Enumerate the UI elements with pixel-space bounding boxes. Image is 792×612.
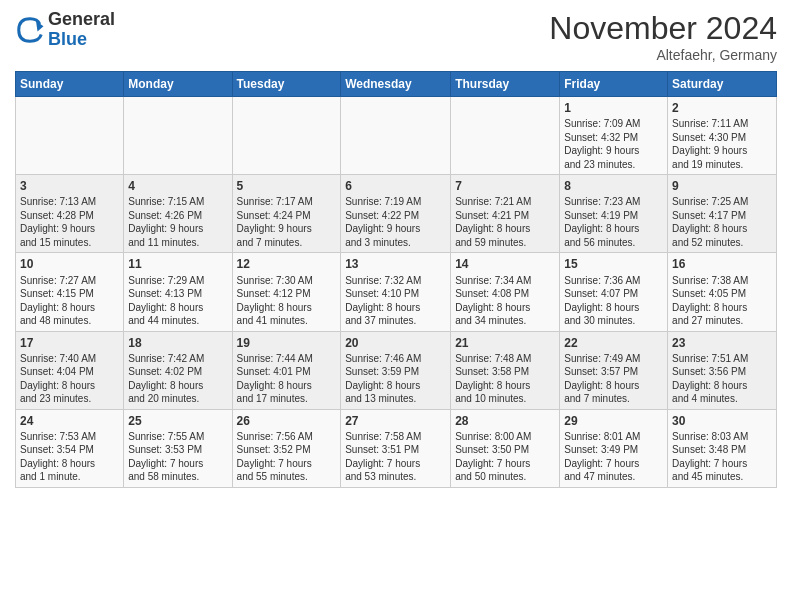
title-block: November 2024 Altefaehr, Germany (549, 10, 777, 63)
day-info: Sunrise: 7:13 AM Sunset: 4:28 PM Dayligh… (20, 195, 119, 249)
calendar-body: 1Sunrise: 7:09 AM Sunset: 4:32 PM Daylig… (16, 97, 777, 488)
col-saturday: Saturday (668, 72, 777, 97)
calendar-week-row: 3Sunrise: 7:13 AM Sunset: 4:28 PM Daylig… (16, 175, 777, 253)
day-number: 19 (237, 335, 337, 351)
day-info: Sunrise: 7:36 AM Sunset: 4:07 PM Dayligh… (564, 274, 663, 328)
day-info: Sunrise: 7:15 AM Sunset: 4:26 PM Dayligh… (128, 195, 227, 249)
calendar-cell: 9Sunrise: 7:25 AM Sunset: 4:17 PM Daylig… (668, 175, 777, 253)
day-number: 22 (564, 335, 663, 351)
day-number: 17 (20, 335, 119, 351)
day-info: Sunrise: 7:49 AM Sunset: 3:57 PM Dayligh… (564, 352, 663, 406)
calendar-cell: 4Sunrise: 7:15 AM Sunset: 4:26 PM Daylig… (124, 175, 232, 253)
calendar-table: Sunday Monday Tuesday Wednesday Thursday… (15, 71, 777, 488)
calendar-cell (341, 97, 451, 175)
calendar-week-row: 24Sunrise: 7:53 AM Sunset: 3:54 PM Dayli… (16, 409, 777, 487)
day-info: Sunrise: 7:34 AM Sunset: 4:08 PM Dayligh… (455, 274, 555, 328)
calendar-cell (451, 97, 560, 175)
col-friday: Friday (560, 72, 668, 97)
day-number: 10 (20, 256, 119, 272)
day-info: Sunrise: 7:30 AM Sunset: 4:12 PM Dayligh… (237, 274, 337, 328)
day-number: 23 (672, 335, 772, 351)
calendar-cell (16, 97, 124, 175)
day-info: Sunrise: 7:27 AM Sunset: 4:15 PM Dayligh… (20, 274, 119, 328)
logo-line1: General (48, 10, 115, 30)
logo: General Blue (15, 10, 115, 50)
calendar-cell: 8Sunrise: 7:23 AM Sunset: 4:19 PM Daylig… (560, 175, 668, 253)
day-info: Sunrise: 8:03 AM Sunset: 3:48 PM Dayligh… (672, 430, 772, 484)
day-number: 13 (345, 256, 446, 272)
day-number: 29 (564, 413, 663, 429)
day-info: Sunrise: 7:46 AM Sunset: 3:59 PM Dayligh… (345, 352, 446, 406)
col-wednesday: Wednesday (341, 72, 451, 97)
day-number: 3 (20, 178, 119, 194)
calendar-cell: 2Sunrise: 7:11 AM Sunset: 4:30 PM Daylig… (668, 97, 777, 175)
calendar-cell: 22Sunrise: 7:49 AM Sunset: 3:57 PM Dayli… (560, 331, 668, 409)
day-info: Sunrise: 8:01 AM Sunset: 3:49 PM Dayligh… (564, 430, 663, 484)
day-number: 20 (345, 335, 446, 351)
calendar-cell: 21Sunrise: 7:48 AM Sunset: 3:58 PM Dayli… (451, 331, 560, 409)
day-info: Sunrise: 7:25 AM Sunset: 4:17 PM Dayligh… (672, 195, 772, 249)
day-info: Sunrise: 7:29 AM Sunset: 4:13 PM Dayligh… (128, 274, 227, 328)
day-info: Sunrise: 7:42 AM Sunset: 4:02 PM Dayligh… (128, 352, 227, 406)
day-number: 21 (455, 335, 555, 351)
day-number: 27 (345, 413, 446, 429)
col-tuesday: Tuesday (232, 72, 341, 97)
day-number: 16 (672, 256, 772, 272)
day-number: 8 (564, 178, 663, 194)
day-info: Sunrise: 7:11 AM Sunset: 4:30 PM Dayligh… (672, 117, 772, 171)
calendar-cell: 18Sunrise: 7:42 AM Sunset: 4:02 PM Dayli… (124, 331, 232, 409)
calendar-cell: 30Sunrise: 8:03 AM Sunset: 3:48 PM Dayli… (668, 409, 777, 487)
calendar-cell: 13Sunrise: 7:32 AM Sunset: 4:10 PM Dayli… (341, 253, 451, 331)
day-number: 14 (455, 256, 555, 272)
day-info: Sunrise: 7:53 AM Sunset: 3:54 PM Dayligh… (20, 430, 119, 484)
calendar-cell: 1Sunrise: 7:09 AM Sunset: 4:32 PM Daylig… (560, 97, 668, 175)
day-number: 28 (455, 413, 555, 429)
day-number: 30 (672, 413, 772, 429)
logo-line2: Blue (48, 30, 115, 50)
day-info: Sunrise: 7:40 AM Sunset: 4:04 PM Dayligh… (20, 352, 119, 406)
calendar-cell: 10Sunrise: 7:27 AM Sunset: 4:15 PM Dayli… (16, 253, 124, 331)
calendar-cell: 25Sunrise: 7:55 AM Sunset: 3:53 PM Dayli… (124, 409, 232, 487)
header-row: Sunday Monday Tuesday Wednesday Thursday… (16, 72, 777, 97)
day-number: 11 (128, 256, 227, 272)
calendar-cell: 11Sunrise: 7:29 AM Sunset: 4:13 PM Dayli… (124, 253, 232, 331)
day-info: Sunrise: 7:17 AM Sunset: 4:24 PM Dayligh… (237, 195, 337, 249)
day-number: 2 (672, 100, 772, 116)
calendar-cell: 16Sunrise: 7:38 AM Sunset: 4:05 PM Dayli… (668, 253, 777, 331)
day-info: Sunrise: 7:56 AM Sunset: 3:52 PM Dayligh… (237, 430, 337, 484)
day-number: 12 (237, 256, 337, 272)
calendar-week-row: 17Sunrise: 7:40 AM Sunset: 4:04 PM Dayli… (16, 331, 777, 409)
calendar-cell: 20Sunrise: 7:46 AM Sunset: 3:59 PM Dayli… (341, 331, 451, 409)
day-info: Sunrise: 7:23 AM Sunset: 4:19 PM Dayligh… (564, 195, 663, 249)
day-info: Sunrise: 7:09 AM Sunset: 4:32 PM Dayligh… (564, 117, 663, 171)
calendar-cell: 12Sunrise: 7:30 AM Sunset: 4:12 PM Dayli… (232, 253, 341, 331)
day-number: 5 (237, 178, 337, 194)
day-info: Sunrise: 7:44 AM Sunset: 4:01 PM Dayligh… (237, 352, 337, 406)
month-title: November 2024 (549, 10, 777, 47)
day-info: Sunrise: 7:32 AM Sunset: 4:10 PM Dayligh… (345, 274, 446, 328)
day-number: 9 (672, 178, 772, 194)
page-header: General Blue November 2024 Altefaehr, Ge… (15, 10, 777, 63)
calendar-cell: 19Sunrise: 7:44 AM Sunset: 4:01 PM Dayli… (232, 331, 341, 409)
calendar-cell: 29Sunrise: 8:01 AM Sunset: 3:49 PM Dayli… (560, 409, 668, 487)
day-info: Sunrise: 7:58 AM Sunset: 3:51 PM Dayligh… (345, 430, 446, 484)
calendar-cell: 24Sunrise: 7:53 AM Sunset: 3:54 PM Dayli… (16, 409, 124, 487)
location: Altefaehr, Germany (549, 47, 777, 63)
calendar-cell: 28Sunrise: 8:00 AM Sunset: 3:50 PM Dayli… (451, 409, 560, 487)
calendar-cell: 3Sunrise: 7:13 AM Sunset: 4:28 PM Daylig… (16, 175, 124, 253)
day-info: Sunrise: 7:48 AM Sunset: 3:58 PM Dayligh… (455, 352, 555, 406)
col-thursday: Thursday (451, 72, 560, 97)
day-number: 1 (564, 100, 663, 116)
day-number: 24 (20, 413, 119, 429)
calendar-cell: 7Sunrise: 7:21 AM Sunset: 4:21 PM Daylig… (451, 175, 560, 253)
day-info: Sunrise: 7:55 AM Sunset: 3:53 PM Dayligh… (128, 430, 227, 484)
calendar-cell: 14Sunrise: 7:34 AM Sunset: 4:08 PM Dayli… (451, 253, 560, 331)
day-info: Sunrise: 7:51 AM Sunset: 3:56 PM Dayligh… (672, 352, 772, 406)
logo-icon (15, 15, 45, 45)
calendar-cell: 26Sunrise: 7:56 AM Sunset: 3:52 PM Dayli… (232, 409, 341, 487)
col-sunday: Sunday (16, 72, 124, 97)
day-number: 15 (564, 256, 663, 272)
day-info: Sunrise: 7:19 AM Sunset: 4:22 PM Dayligh… (345, 195, 446, 249)
day-info: Sunrise: 8:00 AM Sunset: 3:50 PM Dayligh… (455, 430, 555, 484)
day-info: Sunrise: 7:38 AM Sunset: 4:05 PM Dayligh… (672, 274, 772, 328)
